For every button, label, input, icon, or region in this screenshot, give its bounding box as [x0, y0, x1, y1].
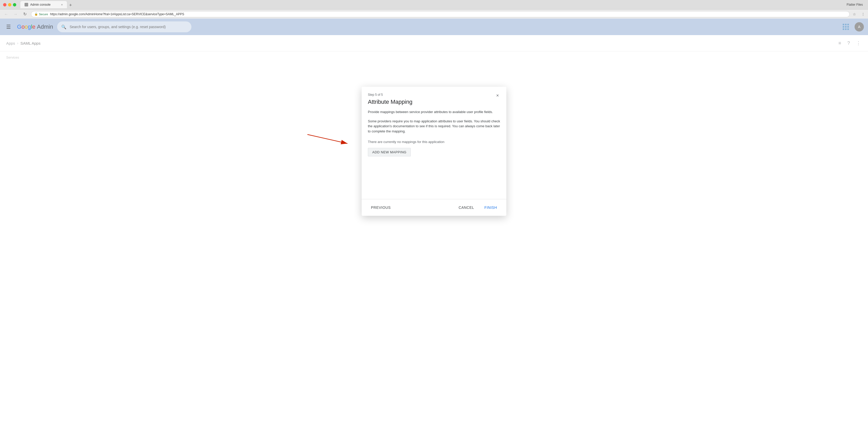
browser-chrome: Admin console × + Flatter Files ← → ↻ 🔒 …	[0, 0, 868, 19]
dialog-description-2: Some providers require you to map applic…	[368, 119, 500, 134]
header-right: A	[841, 22, 864, 32]
minimize-window-button[interactable]	[8, 3, 11, 6]
admin-wordmark: Admin	[37, 24, 53, 30]
new-tab-button[interactable]: +	[67, 2, 74, 8]
user-avatar[interactable]: A	[855, 22, 864, 32]
annotation-arrow	[302, 132, 354, 147]
cancel-button[interactable]: CANCEL	[456, 203, 477, 212]
modal-overlay: Step 5 of 5 Attribute Mapping × Provide …	[0, 35, 868, 445]
browser-menu-icon[interactable]: ⋮	[861, 12, 865, 16]
finish-button[interactable]: FINISH	[481, 203, 500, 212]
secure-label: Secure	[39, 13, 48, 16]
traffic-lights	[3, 3, 16, 6]
hamburger-menu-button[interactable]: ☰	[4, 22, 13, 32]
tab-favicon	[25, 3, 28, 6]
page-content: Apps › SAML Apps ≡ ? ⋮ Services	[0, 35, 868, 445]
maximize-window-button[interactable]	[13, 3, 16, 6]
tab-bar: Admin console × +	[18, 1, 844, 8]
dialog-step: Step 5 of 5	[368, 93, 500, 97]
search-placeholder-text: Search for users, groups, and settings (…	[69, 25, 165, 29]
browser-tab-active[interactable]: Admin console ×	[21, 1, 67, 8]
google-admin-logo: Google Admin	[17, 24, 53, 30]
dialog-footer: PREVIOUS CANCEL FINISH	[362, 199, 506, 216]
tab-title: Admin console	[30, 3, 51, 6]
secure-badge: 🔒 Secure	[34, 12, 48, 16]
lock-icon: 🔒	[34, 12, 38, 16]
apps-grid-icon[interactable]	[841, 22, 850, 32]
admin-header: ☰ Google Admin 🔍 Search for users, group…	[0, 19, 868, 35]
search-icon: 🔍	[61, 25, 66, 29]
annotation-container: Step 5 of 5 Attribute Mapping × Provide …	[362, 87, 506, 216]
url-text: https://admin.google.com/AdminHome?fral=…	[50, 12, 184, 16]
footer-right: CANCEL FINISH	[456, 203, 500, 212]
svg-line-1	[307, 135, 347, 143]
no-mappings-text: There are currently no mappings for this…	[368, 140, 500, 144]
refresh-button[interactable]: ↻	[22, 12, 28, 16]
back-button[interactable]: ←	[3, 12, 9, 16]
url-bar[interactable]: 🔒 Secure https://admin.google.com/AdminH…	[31, 11, 850, 17]
dialog-description-1: Provide mappings between service provide…	[368, 109, 500, 114]
dialog-header: Step 5 of 5 Attribute Mapping ×	[362, 87, 506, 105]
tab-close-button[interactable]: ×	[61, 3, 63, 6]
add-new-mapping-button[interactable]: ADD NEW MAPPING	[368, 148, 411, 157]
bookmark-icon[interactable]: ☆	[853, 12, 858, 16]
browser-titlebar: Admin console × + Flatter Files	[0, 0, 868, 9]
forward-button[interactable]: →	[12, 12, 19, 16]
address-bar: ← → ↻ 🔒 Secure https://admin.google.com/…	[0, 9, 868, 19]
google-wordmark: Google	[17, 24, 35, 30]
window-title: Flatter Files	[846, 3, 865, 6]
search-bar[interactable]: 🔍 Search for users, groups, and settings…	[57, 22, 191, 32]
dialog-title: Attribute Mapping	[368, 99, 500, 105]
attribute-mapping-dialog: Step 5 of 5 Attribute Mapping × Provide …	[362, 87, 506, 216]
dialog-body: Provide mappings between service provide…	[362, 105, 506, 199]
previous-button[interactable]: PREVIOUS	[368, 203, 394, 212]
dialog-close-button[interactable]: ×	[494, 92, 501, 99]
footer-left: PREVIOUS	[368, 203, 394, 212]
close-window-button[interactable]	[3, 3, 6, 6]
